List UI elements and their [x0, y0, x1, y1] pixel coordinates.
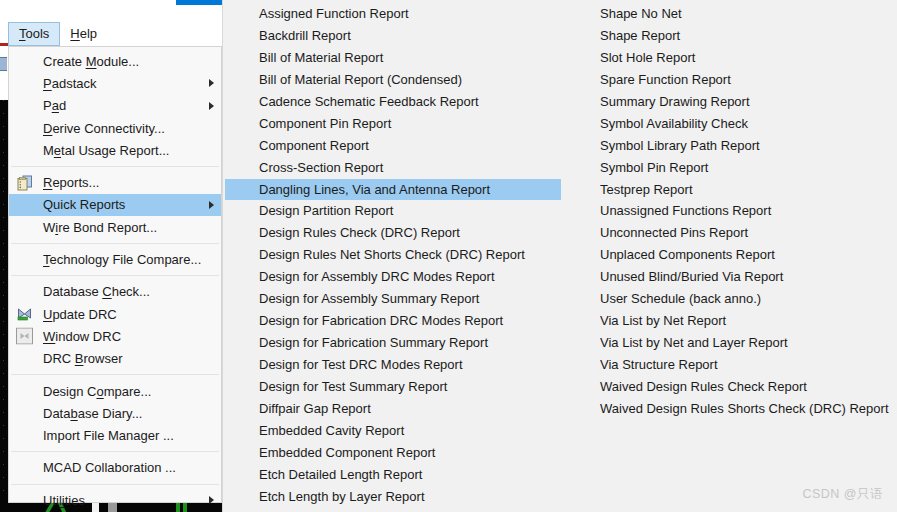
submenu-item-dangling-lines-via-and-antenna-report[interactable]: Dangling Lines, Via and Antenna Report	[225, 179, 561, 201]
submenu-item-symbol-pin-report[interactable]: Symbol Pin Report	[560, 157, 894, 179]
menu-item-mcad-collaboration[interactable]: MCAD Collaboration ...	[9, 457, 221, 479]
menu-separator	[11, 484, 219, 485]
menu-item-window-drc[interactable]: Window DRC	[9, 325, 221, 347]
menu-item-label: MCAD Collaboration ...	[43, 460, 176, 475]
menu-item-label: Quick Reports	[43, 197, 125, 212]
submenu-col2: Shape No NetShape ReportSlot Hole Report…	[560, 3, 894, 420]
window-drc-icon	[16, 328, 33, 345]
canvas-edge-red-line	[0, 43, 8, 46]
submenu-arrow-icon	[209, 201, 214, 209]
menu-item-label: Metal Usage Report...	[43, 143, 169, 158]
submenu-item-waived-design-rules-shorts-check-drc-report[interactable]: Waived Design Rules Shorts Check (DRC) R…	[560, 398, 894, 420]
submenu-item-diffpair-gap-report[interactable]: Diffpair Gap Report	[225, 398, 561, 420]
submenu-item-etch-length-by-layer-report[interactable]: Etch Length by Layer Report	[225, 486, 561, 508]
submenu-item-assigned-function-report[interactable]: Assigned Function Report	[225, 3, 561, 25]
menu-item-reports[interactable]: Reports...	[9, 171, 221, 193]
application-window: ToolsHelp Create Module...PadstackPadDer…	[0, 0, 897, 512]
menu-item-padstack[interactable]: Padstack	[9, 72, 221, 94]
submenu-item-unplaced-components-report[interactable]: Unplaced Components Report	[560, 244, 894, 266]
submenu-item-cadence-schematic-feedback-report[interactable]: Cadence Schematic Feedback Report	[225, 91, 561, 113]
menu-item-utilities[interactable]: Utilities	[9, 489, 221, 511]
submenu-item-waived-design-rules-check-report[interactable]: Waived Design Rules Check Report	[560, 376, 894, 398]
submenu-arrow-icon	[209, 79, 214, 87]
tools-dropdown: Create Module...PadstackPadDerive Connec…	[8, 46, 222, 503]
submenu-item-component-pin-report[interactable]: Component Pin Report	[225, 113, 561, 135]
submenu-item-design-for-assembly-summary-report[interactable]: Design for Assembly Summary Report	[225, 288, 561, 310]
quick-reports-submenu: Assigned Function ReportBackdrill Report…	[222, 0, 897, 512]
submenu-item-testprep-report[interactable]: Testprep Report	[560, 179, 894, 201]
menu-item-label: Database Diary...	[43, 406, 142, 421]
submenu-item-design-rules-check-drc-report[interactable]: Design Rules Check (DRC) Report	[225, 222, 561, 244]
menu-item-derive-connectivity[interactable]: Derive Connectivity...	[9, 117, 221, 139]
submenu-item-design-for-fabrication-drc-modes-report[interactable]: Design for Fabrication DRC Modes Report	[225, 310, 561, 332]
menu-item-quick-reports[interactable]: Quick Reports	[9, 194, 221, 216]
menu-item-label: Import File Manager ...	[43, 428, 174, 443]
submenu-item-shape-report[interactable]: Shape Report	[560, 25, 894, 47]
menu-item-label: Design Compare...	[43, 384, 151, 399]
submenu-item-unconnected-pins-report[interactable]: Unconnected Pins Report	[560, 222, 894, 244]
submenu-item-cross-section-report[interactable]: Cross-Section Report	[225, 157, 561, 179]
submenu-item-unused-blind-buried-via-report[interactable]: Unused Blind/Buried Via Report	[560, 266, 894, 288]
menu-item-metal-usage-report[interactable]: Metal Usage Report...	[9, 139, 221, 161]
menu-item-import-file-manager[interactable]: Import File Manager ...	[9, 424, 221, 446]
menu-item-label: Update DRC	[43, 307, 117, 322]
menu-item-label: Help	[70, 26, 97, 41]
menu-item-pad[interactable]: Pad	[9, 95, 221, 117]
submenu-arrow-icon	[209, 496, 214, 504]
menu-item-design-compare[interactable]: Design Compare...	[9, 380, 221, 402]
menu-item-technology-file-compare[interactable]: Technology File Compare...	[9, 248, 221, 270]
menu-item-drc-browser[interactable]: DRC Browser	[9, 348, 221, 370]
submenu-item-unassigned-functions-report[interactable]: Unassigned Functions Report	[560, 200, 894, 222]
submenu-item-backdrill-report[interactable]: Backdrill Report	[225, 25, 561, 47]
submenu-item-design-for-test-drc-modes-report[interactable]: Design for Test DRC Modes Report	[225, 354, 561, 376]
menu-item-label: Technology File Compare...	[43, 252, 201, 267]
submenu-item-user-schedule-back-anno[interactable]: User Schedule (back anno.)	[560, 288, 894, 310]
submenu-item-bill-of-material-report-condensed[interactable]: Bill of Material Report (Condensed)	[225, 69, 561, 91]
submenu-item-bill-of-material-report[interactable]: Bill of Material Report	[225, 47, 561, 69]
submenu-item-design-rules-net-shorts-check-drc-report[interactable]: Design Rules Net Shorts Check (DRC) Repo…	[225, 244, 561, 266]
submenu-item-spare-function-report[interactable]: Spare Function Report	[560, 69, 894, 91]
submenu-item-slot-hole-report[interactable]: Slot Hole Report	[560, 47, 894, 69]
menu-item-label: Utilities	[43, 493, 85, 508]
submenu-item-via-list-by-net-report[interactable]: Via List by Net Report	[560, 310, 894, 332]
menu-item-label: Tools	[19, 26, 49, 41]
submenu-item-summary-drawing-report[interactable]: Summary Drawing Report	[560, 91, 894, 113]
submenu-item-component-report[interactable]: Component Report	[225, 135, 561, 157]
menu-separator	[11, 166, 219, 167]
menu-separator	[11, 243, 219, 244]
menu-item-database-check[interactable]: Database Check...	[9, 281, 221, 303]
menu-item-wire-bond-report[interactable]: Wire Bond Report...	[9, 216, 221, 238]
menu-item-create-module[interactable]: Create Module...	[9, 50, 221, 72]
menu-item-label: Derive Connectivity...	[43, 121, 165, 136]
update-drc-icon	[16, 306, 33, 323]
pcb-canvas-left-strip	[0, 100, 8, 512]
watermark: CSDN @只语	[802, 486, 883, 503]
submenu-item-via-structure-report[interactable]: Via Structure Report	[560, 354, 894, 376]
submenu-item-design-for-assembly-drc-modes-report[interactable]: Design for Assembly DRC Modes Report	[225, 266, 561, 288]
toolbar-icon-fragment	[0, 57, 7, 71]
menu-separator	[11, 451, 219, 452]
menubar: ToolsHelp	[8, 22, 107, 46]
menubar-item-help[interactable]: Help	[60, 22, 107, 46]
menu-item-label: Padstack	[43, 76, 96, 91]
submenu-item-design-partition-report[interactable]: Design Partition Report	[225, 200, 561, 222]
menu-item-database-diary[interactable]: Database Diary...	[9, 402, 221, 424]
submenu-item-design-for-fabrication-summary-report[interactable]: Design for Fabrication Summary Report	[225, 332, 561, 354]
submenu-item-shape-no-net[interactable]: Shape No Net	[560, 3, 894, 25]
submenu-item-design-for-test-summary-report[interactable]: Design for Test Summary Report	[225, 376, 561, 398]
submenu-item-symbol-library-path-report[interactable]: Symbol Library Path Report	[560, 135, 894, 157]
submenu-item-symbol-availability-check[interactable]: Symbol Availability Check	[560, 113, 894, 135]
menu-item-update-drc[interactable]: Update DRC	[9, 303, 221, 325]
submenu-item-via-list-by-net-and-layer-report[interactable]: Via List by Net and Layer Report	[560, 332, 894, 354]
submenu-item-etch-detailed-length-report[interactable]: Etch Detailed Length Report	[225, 464, 561, 486]
menubar-item-tools[interactable]: Tools	[8, 22, 60, 46]
submenu-item-embedded-component-report[interactable]: Embedded Component Report	[225, 442, 561, 464]
menu-separator	[11, 275, 219, 276]
menu-separator	[11, 374, 219, 375]
submenu-arrow-icon	[209, 102, 214, 110]
reports-icon	[16, 174, 33, 191]
submenu-col1: Assigned Function ReportBackdrill Report…	[225, 3, 561, 508]
menu-item-label: Database Check...	[43, 284, 150, 299]
menu-item-label: Pad	[43, 98, 66, 113]
submenu-item-embedded-cavity-report[interactable]: Embedded Cavity Report	[225, 420, 561, 442]
